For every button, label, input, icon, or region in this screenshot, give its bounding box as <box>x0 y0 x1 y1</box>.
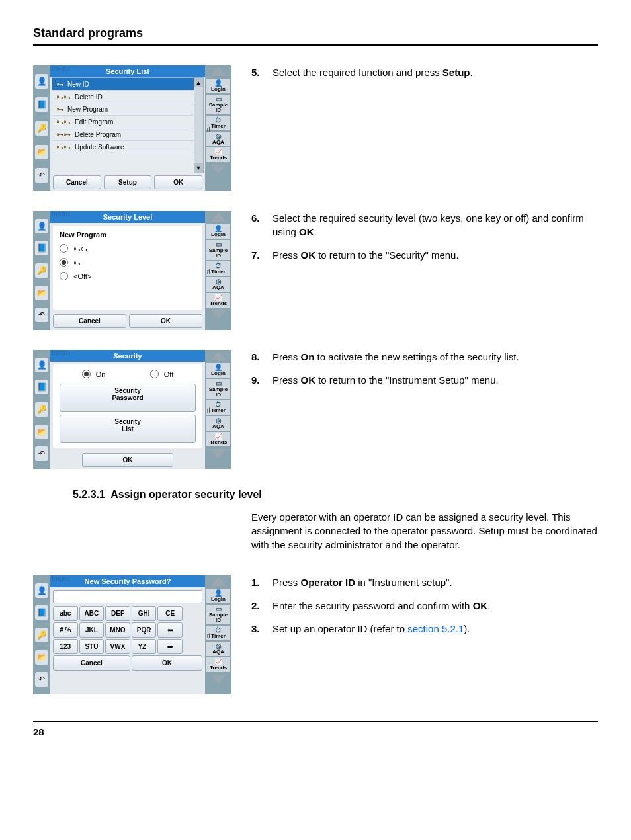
list-item[interactable]: 🗝New Program <box>52 103 203 116</box>
option-one-key[interactable]: 🗝 <box>60 258 196 267</box>
ok-button[interactable]: OK <box>132 655 202 671</box>
side-aqa[interactable]: ◎AQA <box>206 642 230 656</box>
security-on-radio[interactable]: On <box>82 370 106 378</box>
ok-button[interactable]: OK <box>154 175 202 189</box>
side-trends[interactable]: 📈Trends <box>206 293 230 308</box>
nav-up-icon[interactable] <box>210 67 226 76</box>
security-password-button[interactable]: Security Password <box>60 384 196 412</box>
sidebar-key-icon[interactable]: 🔑 <box>35 628 48 642</box>
side-login[interactable]: 👤Login <box>206 589 230 603</box>
side-trends[interactable]: 📈Trends <box>206 147 230 162</box>
window-label: Instru <box>50 349 71 357</box>
radio-icon[interactable] <box>60 272 68 280</box>
side-login[interactable]: 👤Login <box>206 224 230 239</box>
setup-button[interactable]: Setup <box>104 175 152 189</box>
back-icon[interactable]: ↶ <box>35 446 48 461</box>
side-login[interactable]: 👤Login <box>206 363 230 378</box>
side-trends[interactable]: 📈Trends <box>206 432 230 446</box>
page-number: 28 <box>33 721 598 737</box>
sidebar-sample-icon[interactable]: 📘 <box>35 241 48 255</box>
cancel-button[interactable]: Cancel <box>53 175 101 189</box>
side-sample[interactable]: ▭Sample ID <box>206 240 230 260</box>
scrollbar[interactable]: ▲ ▼ <box>194 78 203 173</box>
nav-up-icon[interactable] <box>210 577 226 586</box>
cancel-button[interactable]: Cancel <box>53 655 130 671</box>
intro-paragraph: Every operator with an operator ID can b… <box>251 510 598 552</box>
sidebar-key-icon[interactable]: 🔑 <box>35 263 48 278</box>
key-pqr[interactable]: PQR <box>132 622 157 638</box>
list-item[interactable]: 🗝🗝Edit Program <box>52 116 203 128</box>
step-bold: Operator ID <box>301 577 356 588</box>
side-login[interactable]: 👤Login <box>206 79 230 93</box>
sidebar-person-icon[interactable]: 👤 <box>35 583 48 598</box>
nav-down-icon[interactable] <box>210 675 226 684</box>
panel-title: Security <box>50 350 205 362</box>
key-left-arrow[interactable]: ⬅ <box>157 622 183 638</box>
key-stu[interactable]: STU <box>79 639 105 654</box>
sidebar-sample-icon[interactable]: 📘 <box>35 97 48 112</box>
back-icon[interactable]: ↶ <box>35 168 48 183</box>
radio-icon[interactable] <box>150 370 159 378</box>
sidebar-person-icon[interactable]: 👤 <box>35 358 48 372</box>
side-aqa[interactable]: ◎AQA <box>206 416 230 431</box>
key-abc-lower[interactable]: abc <box>53 606 78 621</box>
nav-down-icon[interactable] <box>210 165 226 174</box>
step-number: 1. <box>251 575 265 589</box>
sidebar-person-icon[interactable]: 👤 <box>35 74 48 89</box>
radio-icon[interactable] <box>60 258 68 267</box>
sidebar-sample-icon[interactable]: 📘 <box>35 380 48 394</box>
step-bold: OK <box>301 374 316 386</box>
list-item[interactable]: 🗝🗝Update Software <box>52 141 203 153</box>
side-trends[interactable]: 📈Trends <box>206 657 230 672</box>
sidebar-person-icon[interactable]: 👤 <box>35 219 48 233</box>
back-icon[interactable]: ↶ <box>35 308 48 322</box>
cancel-button[interactable]: Cancel <box>53 314 126 328</box>
key-yz[interactable]: YZ_ <box>132 639 157 654</box>
list-item[interactable]: 🗝🗝Delete ID <box>52 91 203 103</box>
key-def[interactable]: DEF <box>105 606 130 621</box>
sidebar-folder-icon[interactable]: 📂 <box>35 286 48 300</box>
sidebar-folder-icon[interactable]: 📂 <box>35 425 48 439</box>
radio-icon[interactable] <box>82 370 91 378</box>
key-jkl[interactable]: JKL <box>79 622 105 638</box>
sidebar-key-icon[interactable]: 🔑 <box>35 402 48 417</box>
security-off-radio[interactable]: Off <box>150 370 173 378</box>
sidebar-folder-icon[interactable]: 📂 <box>35 145 48 159</box>
radio-icon[interactable] <box>60 244 68 253</box>
side-sample[interactable]: ▭Sample ID <box>206 95 230 114</box>
key-123[interactable]: 123 <box>53 639 78 654</box>
sidebar-folder-icon[interactable]: 📂 <box>35 650 48 665</box>
key-abc[interactable]: ABC <box>79 606 105 621</box>
cross-reference-link[interactable]: section 5.2.1 <box>407 623 464 634</box>
key-ghi[interactable]: GHI <box>132 606 157 621</box>
nav-down-icon[interactable] <box>210 310 226 319</box>
side-aqa[interactable]: ◎AQA <box>206 132 230 146</box>
sidebar-key-icon[interactable]: 🔑 <box>35 121 48 136</box>
sidebar-sample-icon[interactable]: 📘 <box>35 605 48 620</box>
back-icon[interactable]: ↶ <box>35 672 48 687</box>
option-off[interactable]: <Off> <box>60 272 196 280</box>
ok-button[interactable]: OK <box>82 453 173 467</box>
nav-up-icon[interactable] <box>210 351 226 360</box>
nav-down-icon[interactable] <box>210 449 226 458</box>
key-vwx[interactable]: VWX <box>105 639 130 654</box>
list-item[interactable]: 🗝New ID <box>52 78 203 91</box>
key-right-arrow[interactable]: ➡ <box>157 639 183 654</box>
security-list-button[interactable]: Security List <box>60 415 196 443</box>
option-two-keys[interactable]: 🗝🗝 <box>60 244 196 253</box>
scroll-down-icon[interactable]: ▼ <box>194 163 203 173</box>
key-ce[interactable]: CE <box>157 606 183 621</box>
list-item[interactable]: 🗝🗝Delete Program <box>52 128 203 141</box>
ok-button[interactable]: OK <box>129 314 202 328</box>
password-input[interactable] <box>53 590 202 603</box>
side-aqa[interactable]: ◎AQA <box>206 277 230 292</box>
screenshot-password-keyboard: 👤 📘 🔑 📂 ↶ Instru New Security Password? … <box>33 575 231 694</box>
scroll-up-icon[interactable]: ▲ <box>194 78 203 87</box>
side-sample[interactable]: ▭Sample ID <box>206 379 230 399</box>
side-sample[interactable]: ▭Sample ID <box>206 605 230 624</box>
security-list[interactable]: 🗝New ID 🗝🗝Delete ID 🗝New Program 🗝🗝Edit … <box>52 77 204 173</box>
nav-up-icon[interactable] <box>210 212 226 222</box>
key-mno[interactable]: MNO <box>105 622 130 638</box>
step-text: Press <box>273 249 301 261</box>
key-symbols[interactable]: # % <box>53 622 78 638</box>
